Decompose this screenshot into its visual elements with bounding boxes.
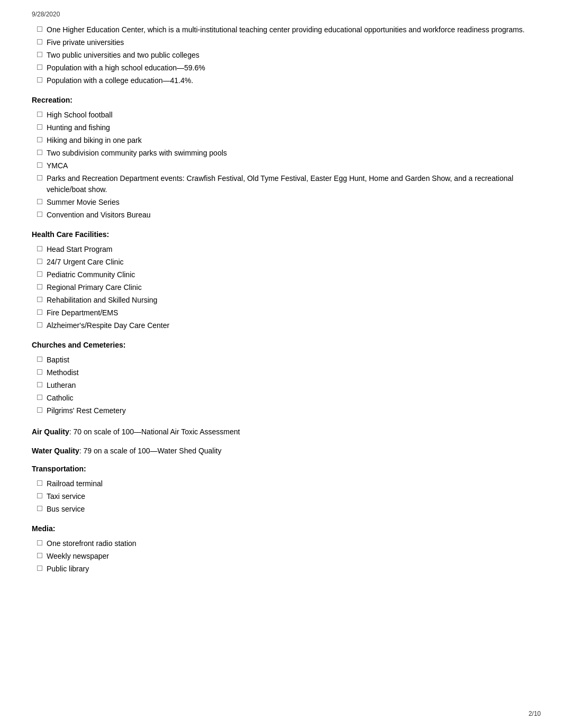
media-section: Media: One storefront radio stationWeekl… [32,524,530,575]
bullet-marker [37,271,42,277]
list-item: Methodist [37,367,530,378]
list-item: Head Start Program [37,244,530,255]
list-item: Catholic [37,393,530,404]
media-title: Media: [32,524,530,533]
bullet-text: Hiking and biking in one park [47,135,530,146]
bullet-text: Baptist [47,354,530,366]
list-item: One Higher Education Center, which is a … [37,24,530,35]
bullet-text: Hunting and fishing [47,122,530,133]
list-item: Hunting and fishing [37,122,530,133]
list-item: Baptist [37,354,530,366]
recreation-title: Recreation: [32,96,530,104]
bullet-marker [37,26,42,32]
media-list: One storefront radio stationWeekly newsp… [37,538,530,575]
bullet-marker [37,566,42,571]
bullet-text: Bus service [47,504,530,515]
list-item: Rehabilitation and Skilled Nursing [37,295,530,306]
bullet-marker [37,284,42,289]
bullet-marker [37,382,42,387]
bullet-marker [37,540,42,545]
water-quality-text: : 79 on a scale of 100—Water Shed Qualit… [79,447,222,455]
list-item: Public library [37,563,530,575]
bullet-text: Summer Movie Series [47,197,530,208]
list-item: Five private universities [37,37,530,48]
bullet-text: Two subdivision community parks with swi… [47,148,530,159]
bullet-marker [37,259,42,264]
bullet-text: Public library [47,563,530,575]
bullet-text: Rehabilitation and Skilled Nursing [47,295,530,306]
bullet-marker [37,297,42,302]
intro-section: One Higher Education Center, which is a … [32,24,530,86]
bullet-marker [37,407,42,413]
bullet-text: Population with a high school education—… [47,62,530,74]
churches-section: Churches and Cemeteries: BaptistMethodis… [32,341,530,416]
recreation-list: High School footballHunting and fishingH… [37,110,530,221]
list-item: Fire Department/EMS [37,307,530,319]
list-item: Pediatric Community Clinic [37,269,530,280]
bullet-text: Weekly newspaper [47,551,530,562]
bullet-marker [37,493,42,498]
list-item: Lutheran [37,380,530,391]
bullet-text: Alzheimer's/Respite Day Care Center [47,320,530,331]
water-quality-line: Water Quality: 79 on a scale of 100—Wate… [32,445,530,457]
bullet-marker [37,369,42,375]
list-item: Parks and Recreation Department events: … [37,173,530,195]
bullet-marker [37,357,42,362]
bullet-marker [37,150,42,155]
bullet-text: YMCA [47,160,530,171]
bullet-marker [37,212,42,217]
bullet-marker [37,395,42,400]
bullet-marker [37,322,42,327]
list-item: Population with a high school education—… [37,62,530,74]
list-item: One storefront radio station [37,538,530,549]
transportation-title: Transportation: [32,465,530,473]
bullet-text: High School football [47,110,530,121]
bullet-text: Regional Primary Care Clinic [47,282,530,293]
list-item: YMCA [37,160,530,171]
bullet-marker [37,175,42,180]
bullet-text: Catholic [47,393,530,404]
bullet-text: Taxi service [47,491,530,502]
bullet-marker [37,506,42,511]
list-item: Weekly newspaper [37,551,530,562]
transportation-list: Railroad terminalTaxi serviceBus service [37,478,530,515]
bullet-text: Population with a college education—41.4… [47,75,530,86]
bullet-text: Lutheran [47,380,530,391]
bullet-marker [37,553,42,558]
bullet-text: Parks and Recreation Department events: … [47,173,530,195]
bullet-marker [37,162,42,168]
churches-list: BaptistMethodistLutheranCatholicPilgrims… [37,354,530,416]
bullet-marker [37,124,42,130]
bullet-text: Fire Department/EMS [47,307,530,319]
list-item: Convention and Visitors Bureau [37,210,530,221]
bullet-marker [37,52,42,57]
bullet-marker [37,480,42,486]
list-item: Two public universities and two public c… [37,50,530,61]
list-item: Regional Primary Care Clinic [37,282,530,293]
list-item: Railroad terminal [37,478,530,489]
health-care-title: Health Care Facilities: [32,230,530,239]
bullet-marker [37,199,42,204]
bullet-marker [37,310,42,315]
bullet-text: Pilgrims' Rest Cemetery [47,405,530,416]
bullet-marker [37,112,42,117]
list-item: Hiking and biking in one park [37,135,530,146]
list-item: Summer Movie Series [37,197,530,208]
water-quality-label: Water Quality [32,447,79,455]
page-date: 9/28/2020 [32,11,530,18]
list-item: 24/7 Urgent Care Clinic [37,257,530,268]
air-quality-line: Air Quality: 70 on scale of 100—National… [32,426,530,438]
list-item: Taxi service [37,491,530,502]
bullet-text: Pediatric Community Clinic [47,269,530,280]
recreation-section: Recreation: High School footballHunting … [32,96,530,221]
churches-title: Churches and Cemeteries: [32,341,530,349]
bullet-marker [37,65,42,70]
bullet-text: Five private universities [47,37,530,48]
bullet-text: Two public universities and two public c… [47,50,530,61]
list-item: Bus service [37,504,530,515]
bullet-text: Head Start Program [47,244,530,255]
health-care-list: Head Start Program24/7 Urgent Care Clini… [37,244,530,331]
list-item: High School football [37,110,530,121]
air-quality-label: Air Quality [32,427,69,436]
bullet-marker [37,246,42,251]
